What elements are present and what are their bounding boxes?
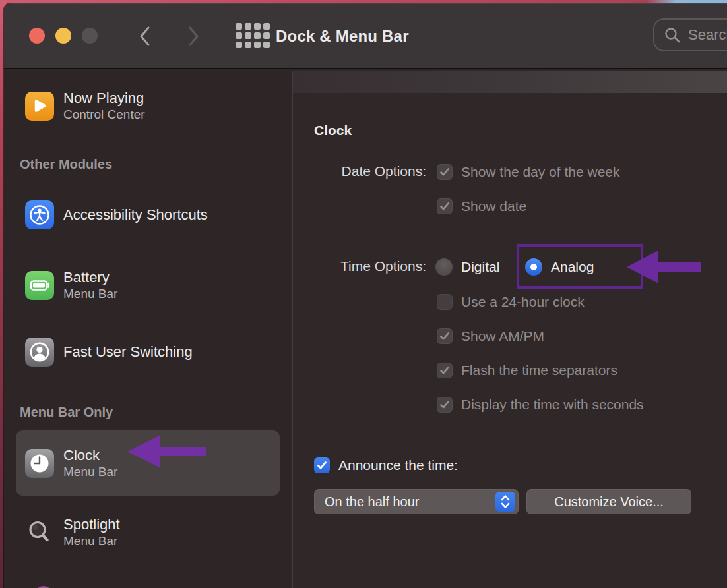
- window-title: Dock & Menu Bar: [276, 3, 409, 69]
- sidebar-item-battery[interactable]: Battery Menu Bar: [25, 269, 117, 301]
- checkbox-label: Flash the time separators: [461, 363, 617, 378]
- battery-icon: [25, 271, 54, 300]
- checkbox-label: Announce the time:: [338, 457, 458, 473]
- button-label: Customize Voice...: [554, 494, 664, 510]
- checkbox-box: [437, 164, 453, 180]
- zoom-button-disabled: [82, 28, 98, 44]
- sidebar: Now Playing Control Center Other Modules: [4, 71, 293, 588]
- back-button[interactable]: [137, 26, 153, 47]
- checkbox-time-with-seconds[interactable]: Display the time with seconds: [437, 397, 644, 413]
- fast-user-switching-icon: [25, 338, 54, 367]
- minimize-button[interactable]: [55, 28, 71, 44]
- customize-voice-button[interactable]: Customize Voice...: [526, 489, 691, 514]
- annotation-arrow-analog: [627, 250, 701, 284]
- sidebar-section-other-modules: Other Modules: [20, 157, 112, 172]
- checkbox-box: [437, 198, 453, 214]
- checkbox-box: [314, 457, 330, 473]
- sidebar-item-subtitle: Control Center: [63, 107, 145, 122]
- screen: Dock & Menu Bar Search Now Playing: [0, 0, 727, 588]
- panel-heading: Clock: [314, 123, 352, 138]
- checkbox-label: Show date: [461, 198, 526, 214]
- radio-button: [435, 258, 453, 276]
- checkbox-label: Use a 24-hour clock: [461, 294, 585, 310]
- checkbox-box: [437, 363, 453, 378]
- panel-header-band: [293, 71, 727, 93]
- sidebar-item-subtitle: Menu Bar: [63, 286, 117, 301]
- radio-label: Digital: [461, 259, 499, 275]
- clock-icon: [25, 449, 54, 478]
- sidebar-item-title: Fast User Switching: [63, 343, 193, 361]
- sidebar-item-subtitle: Menu Bar: [63, 533, 120, 548]
- sidebar-item-spotlight[interactable]: Spotlight Menu Bar: [25, 516, 120, 548]
- dropdown-stepper-icon: [495, 492, 515, 512]
- search-placeholder: Search: [688, 26, 727, 44]
- search-icon: [664, 26, 681, 44]
- sidebar-item-title: Now Playing: [63, 90, 145, 107]
- clock-settings-panel: Clock Date Options: Show the day of the …: [293, 71, 727, 588]
- checkbox-label: Show the day of the week: [461, 164, 620, 180]
- checkbox-announce-time[interactable]: Announce the time:: [314, 457, 458, 473]
- annotation-arrow-clock: [127, 434, 206, 469]
- checkbox-label: Display the time with seconds: [461, 397, 644, 413]
- show-all-preferences-grid-icon[interactable]: [236, 23, 270, 48]
- checkbox-box: [437, 328, 453, 344]
- sidebar-item-subtitle: Menu Bar: [63, 464, 117, 479]
- now-playing-icon: [25, 92, 54, 121]
- sidebar-item-fast-user-switching[interactable]: Fast User Switching: [25, 338, 193, 367]
- checkbox-flash-separators[interactable]: Flash the time separators: [437, 363, 617, 378]
- sidebar-item-title: Battery: [63, 269, 117, 286]
- forward-button[interactable]: [185, 26, 201, 47]
- date-options-label: Date Options:: [293, 163, 426, 179]
- dock-menu-bar-preferences-window: Dock & Menu Bar Search Now Playing: [4, 3, 727, 588]
- checkbox-label: Show AM/PM: [461, 328, 544, 344]
- checkbox-box: [437, 397, 453, 413]
- checkbox-show-date[interactable]: Show date: [437, 198, 526, 214]
- sidebar-section-menu-bar-only: Menu Bar Only: [20, 405, 113, 420]
- checkbox-show-am-pm[interactable]: Show AM/PM: [437, 328, 544, 344]
- checkbox-24-hour-clock[interactable]: Use a 24-hour clock: [437, 294, 585, 310]
- accessibility-icon: [25, 200, 54, 229]
- checkbox-show-day-of-week[interactable]: Show the day of the week: [437, 164, 620, 180]
- sidebar-item-accessibility-shortcuts[interactable]: Accessibility Shortcuts: [25, 200, 208, 229]
- annotation-rectangle-analog: [517, 244, 643, 289]
- radio-digital[interactable]: Digital: [435, 258, 499, 276]
- announce-interval-dropdown[interactable]: On the half hour: [314, 489, 519, 514]
- titlebar: Dock & Menu Bar Search: [4, 3, 727, 69]
- spotlight-icon: [25, 518, 54, 547]
- close-button[interactable]: [29, 28, 45, 44]
- sidebar-item-now-playing[interactable]: Now Playing Control Center: [25, 90, 145, 122]
- sidebar-item-title: Accessibility Shortcuts: [63, 206, 208, 223]
- sidebar-item-title: Spotlight: [63, 516, 120, 533]
- checkbox-box: [437, 294, 453, 310]
- dropdown-value: On the half hour: [325, 494, 419, 510]
- time-options-label: Time Options:: [293, 258, 426, 274]
- sidebar-item-title: Clock: [63, 447, 117, 464]
- search-field[interactable]: Search: [653, 18, 727, 51]
